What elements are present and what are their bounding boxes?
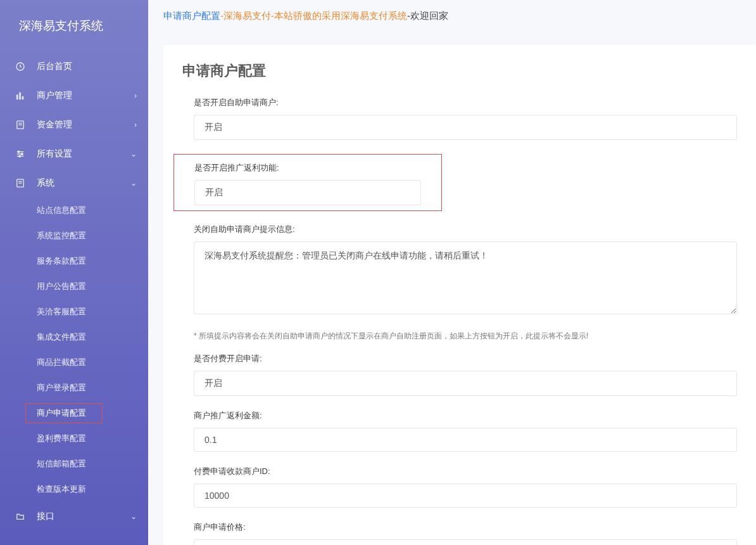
label-rebate-amount: 商户推广返利金额:	[194, 410, 737, 421]
breadcrumb-part4: 欢迎回家	[410, 10, 448, 21]
sub-block[interactable]: 商品拦截配置	[0, 350, 148, 375]
chevron-down-icon: ⌄	[130, 150, 137, 158]
nav-system-label: 系统	[37, 177, 130, 189]
sub-integrate[interactable]: 集成文件配置	[0, 324, 148, 350]
chevron-down-icon: ⌄	[130, 179, 137, 188]
sub-site-info[interactable]: 站点信息配置	[0, 198, 148, 223]
sub-version[interactable]: 检查版本更新	[0, 477, 148, 502]
sub-meiqia[interactable]: 美洽客服配置	[0, 299, 148, 324]
nav-fund-label: 资金管理	[37, 119, 134, 131]
nav-settings[interactable]: 所有设置 ⌄	[0, 139, 148, 169]
nav-home-label: 后台首页	[37, 61, 137, 72]
chevron-right-icon: ›	[134, 120, 137, 129]
nav-merchant[interactable]: 商户管理 ›	[0, 81, 148, 110]
group-self-apply: 是否开启自助申请商户: 开启	[182, 97, 737, 140]
breadcrumb: 申请商户配置-深海易支付-本站骄傲的采用深海易支付系统-欢迎回家	[148, 0, 756, 32]
group-merchant-id: 付费申请收款商户ID:	[182, 466, 737, 508]
input-merchant-id[interactable]	[194, 484, 737, 508]
nav-settings-label: 所有设置	[37, 148, 130, 160]
chevron-down-icon: ⌄	[130, 512, 137, 521]
nav-home[interactable]: 后台首页	[0, 52, 148, 81]
sliders-icon	[15, 149, 25, 159]
nav-interface-label: 接口	[37, 511, 130, 522]
svg-rect-2	[22, 96, 24, 99]
label-apply-price: 商户申请价格:	[194, 522, 737, 533]
input-rebate-amount[interactable]	[194, 428, 737, 452]
textarea-close-msg[interactable]	[194, 241, 737, 314]
breadcrumb-part1[interactable]: 申请商户配置	[163, 10, 220, 21]
doc-icon	[15, 120, 25, 130]
svg-point-11	[19, 155, 21, 157]
input-apply-price[interactable]	[194, 539, 737, 545]
hint-close-msg: * 所填提示内容将会在关闭自助申请商户的情况下显示在商户自助注册页面，如果上方按…	[182, 331, 737, 342]
label-promo-rebate: 是否开启推广返利功能:	[194, 162, 432, 174]
bars-icon	[15, 91, 25, 101]
sub-announce[interactable]: 用户公告配置	[0, 274, 148, 299]
group-rebate-amount: 商户推广返利金额:	[182, 410, 737, 452]
svg-rect-0	[16, 94, 18, 99]
breadcrumb-part2: 深海易支付	[224, 10, 271, 21]
nav-system[interactable]: 系统 ⌄	[0, 169, 148, 198]
label-paid-apply: 是否付费开启申请:	[194, 353, 737, 364]
sub-apply[interactable]: 商户申请配置	[0, 401, 148, 426]
nav-merchant-label: 商户管理	[37, 90, 134, 101]
label-self-apply: 是否开启自助申请商户:	[194, 97, 737, 108]
nav-fund[interactable]: 资金管理 ›	[0, 110, 148, 139]
sub-terms[interactable]: 服务条款配置	[0, 248, 148, 274]
sub-login[interactable]: 商户登录配置	[0, 375, 148, 401]
doc2-icon	[15, 178, 25, 188]
main-content: 申请商户配置-深海易支付-本站骄傲的采用深海易支付系统-欢迎回家 申请商户配置 …	[148, 0, 756, 545]
sub-monitor[interactable]: 系统监控配置	[0, 223, 148, 248]
app-title: 深海易支付系统	[0, 0, 148, 52]
breadcrumb-part3: 本站骄傲的采用深海易支付系统	[274, 10, 407, 21]
select-paid-apply[interactable]: 开启	[194, 371, 737, 396]
group-close-msg: 关闭自助申请商户提示信息:	[182, 224, 737, 317]
home-icon	[15, 61, 25, 72]
label-merchant-id: 付费申请收款商户ID:	[194, 466, 737, 477]
folder-icon	[15, 511, 25, 522]
select-self-apply[interactable]: 开启	[194, 115, 737, 140]
sub-sms[interactable]: 短信邮箱配置	[0, 451, 148, 477]
select-promo-rebate[interactable]: 开启	[194, 180, 421, 205]
svg-point-10	[21, 153, 23, 155]
config-card: 申请商户配置 是否开启自助申请商户: 开启 是否开启推广返利功能: 开启 关闭自…	[163, 45, 756, 545]
sidebar: 深海易支付系统 后台首页 商户管理 › 资金管理 › 所有设置	[0, 0, 148, 545]
group-paid-apply: 是否付费开启申请: 开启	[182, 353, 737, 396]
system-submenu: 站点信息配置 系统监控配置 服务条款配置 用户公告配置 美洽客服配置 集成文件配…	[0, 198, 148, 502]
highlight-promo-rebate: 是否开启推广返利功能: 开启	[173, 154, 442, 211]
chevron-right-icon: ›	[134, 91, 137, 100]
label-close-msg: 关闭自助申请商户提示信息:	[194, 224, 737, 235]
group-apply-price: 商户申请价格:	[182, 522, 737, 545]
svg-point-9	[18, 151, 20, 153]
svg-rect-1	[19, 93, 21, 99]
nav-interface[interactable]: 接口 ⌄	[0, 502, 148, 531]
page-title: 申请商户配置	[182, 61, 737, 80]
sub-profit[interactable]: 盈利费率配置	[0, 426, 148, 451]
